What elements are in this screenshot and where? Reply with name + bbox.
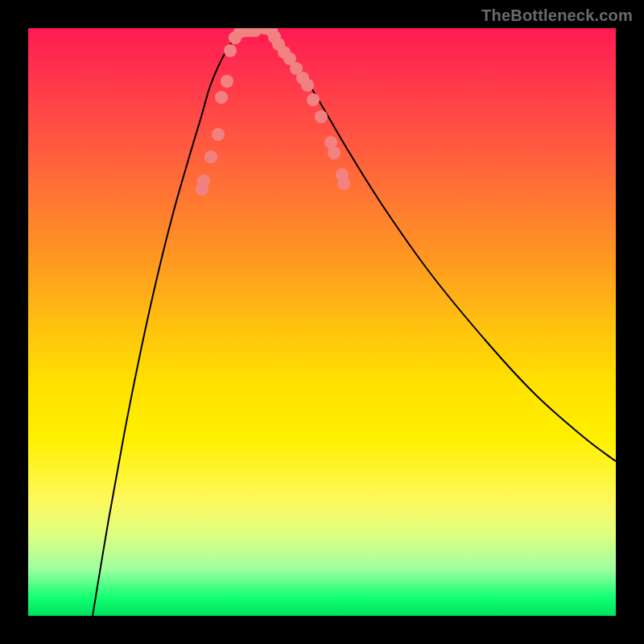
marker-dot: [307, 93, 320, 106]
marker-dot: [224, 44, 237, 57]
curve-left-curve: [93, 30, 246, 616]
watermark-text: TheBottleneck.com: [481, 6, 633, 25]
marker-dot: [221, 75, 233, 88]
marker-dot: [301, 79, 314, 92]
marker-dot: [204, 151, 217, 163]
curve-layer: [28, 28, 616, 616]
marker-dot: [197, 175, 210, 188]
plot-area: [28, 28, 616, 616]
marker-dot: [328, 147, 341, 159]
marker-dot: [215, 91, 228, 104]
marker-dot: [337, 177, 350, 190]
chart-frame: TheBottleneck.com: [0, 0, 644, 644]
marker-dot: [212, 128, 225, 141]
marker-dot: [315, 110, 328, 123]
